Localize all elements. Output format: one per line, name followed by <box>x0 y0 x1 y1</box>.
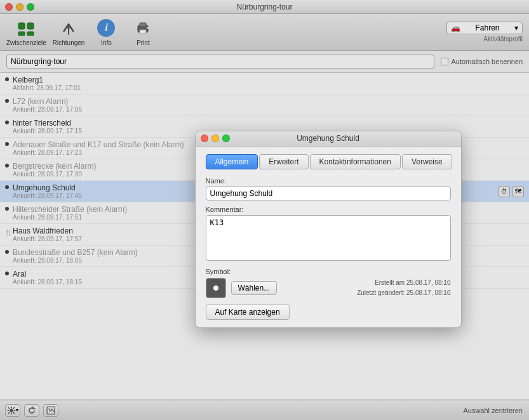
auf-karte-button[interactable]: Auf Karte anzeigen <box>206 305 290 320</box>
symbol-info: Erstellt am 25.08.17, 08:10 Zuletzt geän… <box>357 278 450 298</box>
symbol-left: Wählen... <box>206 278 278 298</box>
dialog-tab-erweitert[interactable]: Erweitert <box>259 154 308 169</box>
erstellt-text: Erstellt am 25.08.17, 08:10 <box>357 278 450 288</box>
symbol-dot <box>213 285 218 291</box>
name-field-label: Name: <box>206 177 451 185</box>
dialog-close-button[interactable] <box>201 135 208 142</box>
kommentar-field[interactable]: K13 <box>206 215 451 261</box>
name-field[interactable] <box>206 187 451 200</box>
dialog-window-controls[interactable] <box>201 135 230 142</box>
dialog: Umgehung Schuld AllgemeinErweitertKontak… <box>195 131 462 328</box>
dialog-tabs: AllgemeinErweitertKontaktinformationenVe… <box>206 154 451 169</box>
symbol-row: Wählen... Erstellt am 25.08.17, 08:10 Zu… <box>206 278 451 298</box>
symbol-preview <box>206 278 226 298</box>
dialog-content: AllgemeinErweitertKontaktinformationenVe… <box>196 147 461 327</box>
modal-overlay: Umgehung Schuld AllgemeinErweitertKontak… <box>0 0 529 420</box>
dialog-min-button[interactable] <box>211 135 219 142</box>
geandert-text: Zuletzt geändert: 25.08.17, 08:10 <box>357 288 450 298</box>
kommentar-field-label: Kommentar: <box>206 206 451 213</box>
dialog-tab-allgemein[interactable]: Allgemein <box>206 154 258 169</box>
dialog-max-button[interactable] <box>222 135 230 142</box>
dialog-title: Umgehung Schuld <box>297 134 359 143</box>
dialog-tab-verweise[interactable]: Verweise <box>402 154 452 169</box>
dialog-tab-kontaktinformationen[interactable]: Kontaktinformationen <box>310 154 401 169</box>
wahlen-button[interactable]: Wählen... <box>231 281 278 295</box>
dialog-title-bar: Umgehung Schuld <box>196 131 461 147</box>
symbol-field-label: Symbol: <box>206 268 451 275</box>
